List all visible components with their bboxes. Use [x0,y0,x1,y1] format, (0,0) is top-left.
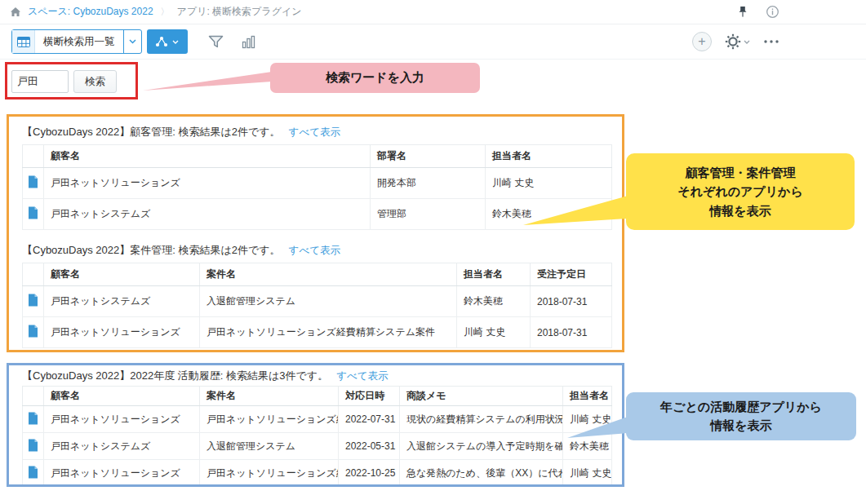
record-icon[interactable] [28,206,38,219]
breadcrumb-separator: 〉 [161,6,170,18]
record-icon[interactable] [28,294,38,307]
cell-memo: 現状の経費精算システムの利用状況、機能… [400,406,563,433]
funnel-icon [208,35,224,49]
callout-tail [567,412,628,440]
cell-owner: 川崎 丈史 [457,317,531,348]
cell-memo: 入退館システムの導入予定時期を確認 [400,433,563,460]
column-header[interactable]: 対応日時 [339,387,400,406]
activity-results: 【CybozuDays 2022】2022年度 活動履歴: 検索結果は3件です。… [22,369,612,487]
more-options-button[interactable] [763,39,779,44]
cell-date: 2022-10-25 [339,460,400,487]
callout-tail [143,69,272,92]
case-table: 顧客名 案件名 担当者名 受注予定日 戸田ネットシステムズ 入退館管理システム … [22,263,612,348]
pin-icon[interactable] [738,6,748,18]
node-graph-icon [155,36,168,47]
cell-customer-name: 戸田ネットシステムズ [44,286,200,317]
cell-case-name: 入退館管理システム [200,433,339,460]
search-input[interactable] [11,70,69,93]
icon-column-header [23,145,44,168]
table-view-icon [12,30,35,53]
view-selector-dropdown[interactable]: 横断検索用一覧 [11,29,142,54]
cell-case-name: 戸田ネットソリューションズ経費精算シス… [200,460,339,487]
bar-chart-icon [242,35,255,49]
kintone-cross-search-page: スペース: CybozuDays 2022 〉 アプリ: 横断検索プラグイン 横… [0,0,866,504]
cell-case-name: 入退館管理システム [200,286,457,317]
cell-customer-name: 戸田ネットシステムズ [44,433,200,460]
column-header[interactable]: 部署名 [371,145,486,168]
search-button[interactable]: 検索 [73,70,117,93]
ellipsis-icon [763,39,779,44]
breadcrumb-space-link[interactable]: スペース: CybozuDays 2022 [28,5,153,19]
breadcrumb-actions [738,5,779,19]
cell-order-date: 2018-07-31 [531,317,612,348]
show-all-link[interactable]: すべて表示 [289,244,340,258]
record-icon[interactable] [28,466,38,479]
activity-results-title: 【CybozuDays 2022】2022年度 活動履歴: 検索結果は3件です。 [22,369,328,383]
cell-customer-name: 戸田ネットソリューションズ [44,460,200,487]
home-icon[interactable] [10,7,21,17]
chevron-down-icon [744,40,750,44]
callout-history-info: 年ごとの活動履歴アプリから 情報を表示 [626,392,856,440]
callout-search-instruction: 検索ワードを入力 [270,63,480,93]
search-area: 検索 [11,70,117,93]
cell-customer-name: 戸田ネットソリューションズ [44,317,200,348]
show-all-link[interactable]: すべて表示 [336,369,388,383]
column-header[interactable]: 担当者名 [563,387,612,406]
filter-button[interactable] [204,29,229,54]
callout-text-line: 顧客管理・案件管理 [686,163,796,182]
column-header[interactable]: 案件名 [200,263,457,286]
column-header[interactable]: 受注予定日 [531,263,612,286]
callout-text-line: 情報を表示 [709,201,771,220]
callout-text-line: それぞれのアプリから [677,182,803,201]
activity-table: 顧客名 案件名 対応日時 商談メモ 担当者名 戸田ネットソリューションズ 戸田ネ… [22,386,612,487]
settings-button[interactable] [725,33,750,50]
callout-text-line: 情報を表示 [710,417,771,435]
table-row[interactable]: 戸田ネットソリューションズ 戸田ネットソリューションズ経費精算システム案件 川崎… [23,317,612,348]
callout-text: 検索ワードを入力 [326,70,424,86]
info-icon[interactable] [766,5,779,19]
column-header[interactable]: 顧客名 [44,145,371,168]
column-header[interactable]: 商談メモ [400,387,563,406]
column-header[interactable]: 案件名 [200,387,339,406]
case-results: 【CybozuDays 2022】案件管理: 検索結果は2件です。 すべて表示 … [22,243,612,348]
customer-case-results-panel: 【CybozuDays 2022】顧客管理: 検索結果は2件です。 すべて表示 … [7,114,624,352]
callout-tail [523,189,628,227]
add-button[interactable]: + [692,32,712,51]
record-icon[interactable] [28,325,38,338]
cell-memo: 急な発熱のため、後輩（XX）に代わりに説… [400,460,563,487]
icon-column-header [23,263,44,286]
table-row[interactable]: 戸田ネットソリューションズ 戸田ネットソリューションズ経費精算シス… 2022-… [23,406,612,433]
column-header[interactable]: 顧客名 [44,263,200,286]
cell-case-name: 戸田ネットソリューションズ経費精算シス… [200,406,339,433]
record-icon[interactable] [28,439,38,452]
chart-button[interactable] [237,29,261,54]
gear-icon [725,33,741,50]
toolbar-right-actions: + [692,32,779,51]
cell-order-date: 2018-07-31 [531,286,612,317]
record-icon[interactable] [28,175,38,188]
graph-view-button[interactable] [147,29,188,54]
cell-case-name: 戸田ネットソリューションズ経費精算システム案件 [200,317,457,348]
case-results-title: 【CybozuDays 2022】案件管理: 検索結果は2件です。 [22,243,281,258]
table-row[interactable]: 戸田ネットソリューションズ 戸田ネットソリューションズ経費精算シス… 2022-… [23,460,612,487]
cell-department: 開発本部 [371,168,486,199]
callout-apps-info: 顧客管理・案件管理 それぞれのアプリから 情報を表示 [626,153,855,230]
breadcrumb: スペース: CybozuDays 2022 〉 アプリ: 横断検索プラグイン [0,0,866,24]
cell-department: 管理部 [371,199,486,230]
cell-owner: 川崎 丈史 [563,460,612,487]
column-header[interactable]: 担当者名 [457,263,531,286]
column-header[interactable]: 顧客名 [44,387,200,406]
cell-customer-name: 戸田ネットシステムズ [44,199,371,230]
chevron-down-icon [123,30,141,53]
chevron-down-icon [172,40,179,44]
column-header[interactable]: 担当者名 [486,145,612,168]
cell-owner: 鈴木美穂 [457,286,531,317]
show-all-link[interactable]: すべて表示 [289,126,340,139]
activity-results-panel: 【CybozuDays 2022】2022年度 活動履歴: 検索結果は3件です。… [7,363,624,487]
cell-customer-name: 戸田ネットソリューションズ [44,406,200,433]
customer-results-title: 【CybozuDays 2022】顧客管理: 検索結果は2件です。 [22,125,281,139]
icon-column-header [23,387,44,406]
table-row[interactable]: 戸田ネットシステムズ 入退館管理システム 2022-05-31 入退館システムの… [23,433,612,460]
table-row[interactable]: 戸田ネットシステムズ 入退館管理システム 鈴木美穂 2018-07-31 [23,286,612,317]
record-icon[interactable] [28,412,38,425]
